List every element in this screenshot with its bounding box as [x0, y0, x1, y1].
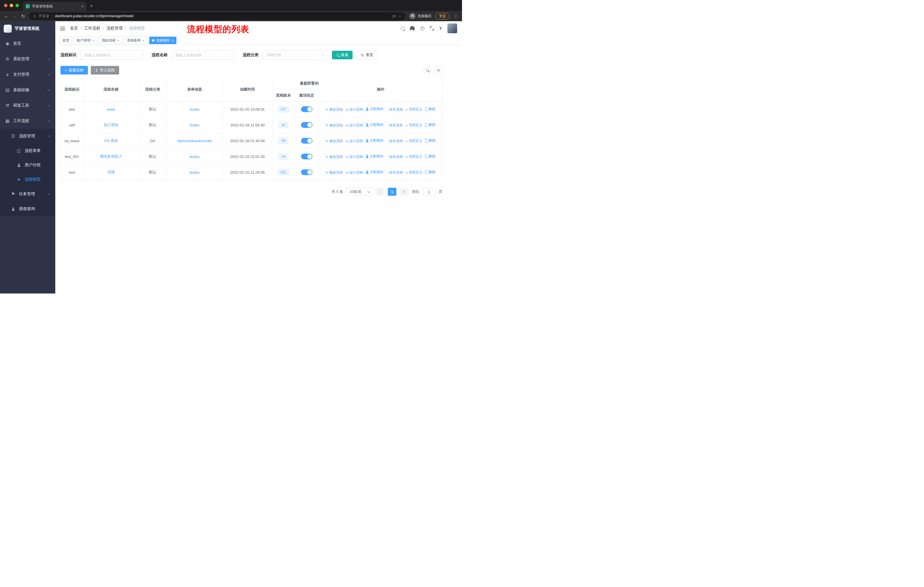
action-delete[interactable]: 删除 — [425, 170, 436, 175]
back-button[interactable]: ← — [4, 13, 8, 19]
tag-process-form[interactable]: 流程表单 × — [124, 37, 147, 44]
action-assign-rule[interactable]: 分配规则 — [366, 138, 383, 143]
close-icon[interactable]: × — [142, 39, 145, 42]
action-process-definition[interactable]: ∞流程定义 — [406, 154, 422, 159]
action-process-definition[interactable]: ∞流程定义 — [406, 170, 422, 175]
close-window-button[interactable] — [4, 4, 7, 7]
help-icon[interactable] — [420, 26, 424, 31]
address-bar[interactable]: ⚠ 不安全 | dashboard.yudao.iocoder.cn/bpm/m… — [29, 12, 405, 20]
form-info-link[interactable]: biubiu — [190, 154, 200, 159]
sidebar-item-payment-management[interactable]: ¥ 支付管理 — [0, 67, 55, 82]
goto-page-input[interactable] — [423, 188, 436, 196]
browser-menu-icon[interactable]: ⋮ — [454, 13, 458, 19]
security-label[interactable]: 不安全 — [39, 14, 50, 19]
action-edit-process[interactable]: ✎修改流程 — [326, 170, 343, 175]
action-design-process[interactable]: ◎设计流程 — [346, 170, 363, 175]
close-icon[interactable]: × — [172, 39, 174, 42]
process-name-link[interactable]: eeee — [107, 107, 115, 111]
zoom-window-button[interactable] — [15, 4, 19, 7]
process-name-link[interactable]: 自己审批 — [104, 123, 119, 127]
action-edit-process[interactable]: ✎修改流程 — [326, 154, 343, 159]
process-name-input[interactable] — [172, 50, 234, 60]
import-process-button[interactable]: ↥ 导入流程 — [91, 66, 119, 74]
active-status-toggle[interactable] — [301, 154, 312, 159]
github-icon[interactable] — [410, 26, 415, 31]
reset-button[interactable]: ↻ 重置 — [356, 51, 378, 60]
action-delete[interactable]: 删除 — [425, 154, 436, 159]
action-delete[interactable]: 删除 — [425, 107, 436, 111]
sidebar-item-process-form[interactable]: ◫ 流程表单 — [0, 144, 55, 158]
sidebar-item-workflow[interactable]: ▦ 工作流程 — [0, 113, 55, 129]
sidebar-item-process-management[interactable]: ☰ 流程管理 — [0, 129, 55, 144]
action-publish-process[interactable]: ☝发布流程 — [386, 123, 403, 128]
toggle-search-button[interactable] — [423, 66, 431, 74]
close-icon[interactable]: × — [117, 39, 120, 42]
action-publish-process[interactable]: ☝发布流程 — [386, 107, 403, 112]
action-edit-process[interactable]: ✎修改流程 — [326, 107, 343, 112]
tag-process-model[interactable]: 流程模型 × — [149, 37, 177, 44]
action-design-process[interactable]: ◎设计流程 — [346, 123, 363, 128]
reload-button[interactable]: ↻ — [21, 13, 25, 19]
action-assign-rule[interactable]: 分配规则 — [366, 107, 383, 111]
close-icon[interactable]: × — [92, 39, 94, 42]
process-name-link[interactable]: 测试多审批人 — [100, 154, 122, 159]
sidebar-item-process-model[interactable]: ➤ 流程模型 — [0, 172, 55, 187]
active-status-toggle[interactable] — [301, 106, 312, 112]
form-info-link[interactable]: biubiu — [190, 123, 200, 127]
action-assign-rule[interactable]: 分配规则 — [366, 154, 383, 159]
sidebar-item-leave-query[interactable]: 请假查询 — [0, 202, 55, 217]
process-name-link[interactable]: OA 请假 — [104, 139, 118, 143]
action-assign-rule[interactable]: 分配规则 — [366, 122, 383, 127]
browser-update-button[interactable]: 更新 — [436, 13, 450, 20]
sidebar-item-system-management[interactable]: ⚙ 系统管理 — [0, 51, 55, 67]
active-status-toggle[interactable] — [301, 122, 312, 128]
action-process-definition[interactable]: ∞流程定义 — [406, 107, 422, 112]
action-design-process[interactable]: ◎设计流程 — [346, 139, 363, 144]
font-size-icon[interactable]: T — [439, 26, 442, 31]
prev-page-button[interactable] — [376, 188, 384, 196]
form-info-link[interactable]: /bpm/oa/leave/create — [177, 139, 212, 143]
tab-close-icon[interactable]: × — [81, 4, 84, 8]
process-name-link[interactable]: 滔博 — [107, 170, 115, 174]
action-delete[interactable]: 删除 — [425, 122, 436, 127]
search-button[interactable]: 搜索 — [332, 51, 353, 60]
sidebar-collapse-icon[interactable] — [60, 26, 65, 30]
key-icon[interactable] — [392, 15, 396, 17]
action-delete[interactable]: 删除 — [425, 138, 436, 143]
action-process-definition[interactable]: ∞流程定义 — [406, 123, 422, 127]
sidebar-item-infrastructure[interactable]: ▤ 基础设施 — [0, 82, 55, 98]
process-category-select[interactable]: 流程分类 — [262, 50, 328, 60]
action-process-definition[interactable]: ∞流程定义 — [406, 139, 422, 143]
breadcrumb-item[interactable]: 首页 — [70, 26, 78, 31]
next-page-button[interactable] — [400, 188, 408, 196]
action-assign-rule[interactable]: 分配规则 — [366, 170, 383, 175]
breadcrumb-item[interactable]: 工作流程 — [84, 26, 100, 31]
user-avatar[interactable] — [447, 23, 457, 33]
active-status-toggle[interactable] — [301, 138, 312, 144]
browser-tab[interactable]: 芋道管理系统 × — [23, 2, 86, 11]
action-publish-process[interactable]: ☝发布流程 — [386, 139, 403, 144]
breadcrumb-item[interactable]: 流程管理 — [107, 26, 122, 31]
search-icon[interactable] — [401, 26, 404, 30]
active-status-toggle[interactable] — [301, 169, 312, 175]
bookmark-star-icon[interactable]: ☆ — [398, 14, 401, 18]
url-text[interactable]: dashboard.yudao.iocoder.cn/bpm/manager/m… — [55, 14, 389, 18]
sidebar-item-home[interactable]: ◉ 首页 — [0, 36, 55, 51]
sidebar-item-dev-tools[interactable]: ⚒ 研发工具 — [0, 98, 55, 113]
action-edit-process[interactable]: ✎修改流程 — [326, 123, 343, 128]
action-design-process[interactable]: ◎设计流程 — [346, 107, 363, 112]
form-info-link[interactable]: biubiu — [190, 170, 200, 175]
action-publish-process[interactable]: ☝发布流程 — [386, 170, 403, 175]
page-size-select[interactable]: 10条/页 — [346, 188, 372, 196]
tag-my-process[interactable]: 我的流程 × — [99, 37, 122, 44]
forward-button[interactable]: → — [13, 13, 17, 19]
fullscreen-icon[interactable] — [430, 26, 434, 30]
refresh-table-button[interactable]: ↻ — [435, 66, 442, 74]
page-number-button[interactable]: 1 — [388, 188, 396, 196]
tag-tenant-management[interactable]: 租户管理 × — [74, 37, 97, 44]
new-tab-button[interactable]: + — [90, 3, 93, 9]
form-info-link[interactable]: biubiu — [190, 107, 200, 111]
action-publish-process[interactable]: ☝发布流程 — [386, 154, 403, 159]
process-key-input[interactable] — [81, 50, 144, 60]
sidebar-item-user-group[interactable]: 用户分组 — [0, 158, 55, 172]
